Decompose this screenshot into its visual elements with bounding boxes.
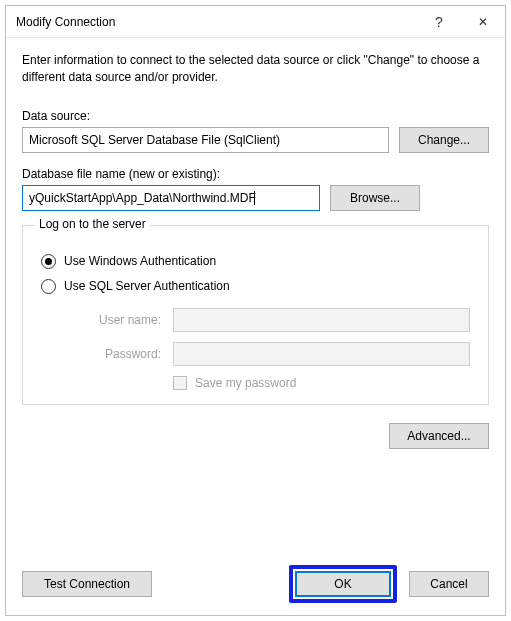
window-title: Modify Connection: [16, 15, 417, 29]
close-button[interactable]: ✕: [461, 7, 505, 37]
data-source-label: Data source:: [22, 109, 489, 123]
save-password-label: Save my password: [195, 376, 296, 390]
browse-button[interactable]: Browse...: [330, 185, 420, 211]
help-icon: ?: [435, 14, 443, 30]
db-file-value: yQuickStartApp\App_Data\Northwind.MDF: [29, 191, 256, 205]
save-password-checkbox: Save my password: [173, 376, 470, 390]
text-caret: [254, 191, 255, 205]
highlight-ok: OK: [295, 571, 391, 597]
data-source-field: Microsoft SQL Server Database File (SqlC…: [22, 127, 389, 153]
db-file-label: Database file name (new or existing):: [22, 167, 489, 181]
username-input: [173, 308, 470, 332]
password-label: Password:: [59, 347, 169, 361]
username-label: User name:: [59, 313, 169, 327]
password-input: [173, 342, 470, 366]
dialog-window: Modify Connection ? ✕ Enter information …: [5, 5, 506, 616]
radio-unselected-icon: [41, 279, 56, 294]
title-bar: Modify Connection ? ✕: [6, 6, 505, 38]
logon-group: Log on to the server Use Windows Authent…: [22, 225, 489, 405]
instruction-text: Enter information to connect to the sele…: [22, 52, 489, 87]
dialog-buttons: Test Connection OK Cancel: [22, 571, 489, 597]
radio-windows-label: Use Windows Authentication: [64, 254, 216, 268]
data-source-value: Microsoft SQL Server Database File (SqlC…: [29, 133, 280, 147]
db-file-input[interactable]: yQuickStartApp\App_Data\Northwind.MDF: [22, 185, 320, 211]
dialog-content: Enter information to connect to the sele…: [6, 38, 505, 615]
advanced-button[interactable]: Advanced...: [389, 423, 489, 449]
help-button[interactable]: ?: [417, 7, 461, 37]
ok-button[interactable]: OK: [295, 571, 391, 597]
close-icon: ✕: [478, 15, 488, 29]
radio-windows-auth[interactable]: Use Windows Authentication: [41, 254, 470, 269]
radio-selected-icon: [41, 254, 56, 269]
radio-sql-auth[interactable]: Use SQL Server Authentication: [41, 279, 470, 294]
change-button[interactable]: Change...: [399, 127, 489, 153]
radio-sql-label: Use SQL Server Authentication: [64, 279, 230, 293]
logon-legend: Log on to the server: [35, 217, 150, 231]
cancel-button[interactable]: Cancel: [409, 571, 489, 597]
test-connection-button[interactable]: Test Connection: [22, 571, 152, 597]
checkbox-icon: [173, 376, 187, 390]
